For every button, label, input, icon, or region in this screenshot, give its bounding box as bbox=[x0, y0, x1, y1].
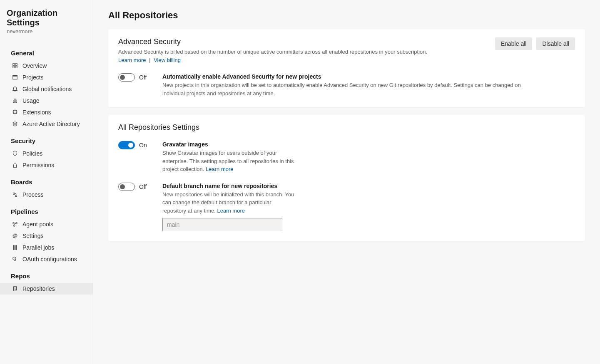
auto-enable-toggle[interactable] bbox=[118, 73, 135, 82]
disable-all-button[interactable]: Disable all bbox=[536, 37, 575, 50]
advanced-security-view-billing-link[interactable]: View billing bbox=[154, 57, 181, 63]
sidebar-item-label: Repositories bbox=[22, 285, 55, 292]
sidebar-item-label: Permissions bbox=[22, 162, 54, 168]
overview-icon bbox=[12, 62, 18, 69]
sidebar-item-azure-ad[interactable]: Azure Active Directory bbox=[0, 118, 93, 130]
advanced-security-heading: Advanced Security bbox=[118, 37, 485, 46]
nav-section-heading: Security bbox=[0, 130, 93, 148]
sidebar-item-overview[interactable]: Overview bbox=[0, 60, 93, 72]
gravatar-desc: Show Gravatar images for users outside o… bbox=[162, 149, 296, 173]
sidebar-item-projects[interactable]: Projects bbox=[0, 72, 93, 83]
sidebar-item-oauth-config[interactable]: OAuth configurations bbox=[0, 253, 93, 265]
sidebar-item-label: OAuth configurations bbox=[22, 256, 77, 262]
sidebar-item-label: Parallel jobs bbox=[22, 244, 54, 251]
sidebar-item-label: Settings bbox=[22, 233, 44, 239]
advanced-security-desc: Advanced Security is billed based on the… bbox=[118, 48, 485, 64]
sidebar-item-usage[interactable]: Usage bbox=[0, 95, 93, 106]
sidebar-item-label: Agent pools bbox=[22, 221, 53, 228]
gravatar-title: Gravatar images bbox=[162, 141, 296, 148]
sidebar-item-parallel-jobs[interactable]: Parallel jobs bbox=[0, 242, 93, 253]
repo-icon bbox=[12, 285, 18, 292]
sidebar-title: Organization Settings bbox=[7, 8, 86, 27]
sidebar-header: Organization Settings nevermore bbox=[0, 8, 93, 42]
sidebar: Organization Settings nevermore GeneralO… bbox=[0, 0, 93, 364]
all-repo-settings-card: All Repositories Settings On Gravatar im… bbox=[108, 115, 585, 241]
all-repo-settings-heading: All Repositories Settings bbox=[118, 123, 575, 132]
auto-enable-title: Automatically enable Advanced Security f… bbox=[162, 73, 537, 80]
gravatar-toggle[interactable] bbox=[118, 141, 135, 149]
sidebar-item-label: Usage bbox=[22, 97, 39, 104]
default-branch-input[interactable] bbox=[162, 218, 282, 231]
enable-all-button[interactable]: Enable all bbox=[495, 37, 533, 50]
sidebar-item-label: Projects bbox=[22, 74, 44, 81]
default-branch-desc: New repositories will be initialized wit… bbox=[162, 191, 296, 215]
gravatar-toggle-label: On bbox=[139, 142, 147, 149]
advanced-security-card: Advanced Security Advanced Security is b… bbox=[108, 29, 585, 107]
nav-section-heading: Boards bbox=[0, 171, 93, 189]
default-branch-learn-more-link[interactable]: Learn more bbox=[217, 208, 245, 214]
sidebar-item-label: Global notifications bbox=[22, 86, 72, 92]
sidebar-item-settings[interactable]: Settings bbox=[0, 230, 93, 242]
sidebar-item-policies[interactable]: Policies bbox=[0, 148, 93, 159]
agent-icon bbox=[12, 221, 18, 228]
advanced-security-learn-more-link[interactable]: Learn more bbox=[118, 57, 146, 63]
gear-icon bbox=[12, 233, 18, 239]
sidebar-item-label: Extensions bbox=[22, 109, 51, 116]
oauth-icon bbox=[12, 256, 18, 262]
sidebar-item-repositories[interactable]: Repositories bbox=[0, 283, 93, 295]
sidebar-item-permissions[interactable]: Permissions bbox=[0, 159, 93, 171]
default-branch-toggle[interactable] bbox=[118, 183, 135, 191]
sidebar-item-extensions[interactable]: Extensions bbox=[0, 106, 93, 118]
extensions-icon bbox=[12, 109, 18, 116]
aad-icon bbox=[12, 121, 18, 127]
permissions-icon bbox=[12, 162, 18, 168]
sidebar-item-label: Overview bbox=[22, 62, 47, 69]
page-title: All Repositories bbox=[108, 10, 585, 21]
bell-icon bbox=[12, 86, 18, 92]
nav-section-heading: Pipelines bbox=[0, 201, 93, 218]
auto-enable-desc: New projects in this organization will b… bbox=[162, 81, 537, 97]
projects-icon bbox=[12, 74, 18, 81]
sidebar-item-label: Azure Active Directory bbox=[22, 121, 80, 127]
default-branch-title: Default branch name for new repositories bbox=[162, 183, 296, 189]
main-content: All Repositories Advanced Security Advan… bbox=[93, 0, 600, 364]
sidebar-item-process[interactable]: Process bbox=[0, 189, 93, 201]
policies-icon bbox=[12, 150, 18, 157]
auto-enable-toggle-label: Off bbox=[139, 74, 147, 81]
gravatar-learn-more-link[interactable]: Learn more bbox=[206, 166, 233, 172]
sidebar-item-label: Process bbox=[22, 191, 44, 198]
process-icon bbox=[12, 191, 18, 198]
sidebar-item-label: Policies bbox=[22, 150, 42, 157]
default-branch-toggle-label: Off bbox=[139, 183, 147, 190]
nav-section-heading: General bbox=[0, 42, 93, 60]
parallel-icon bbox=[12, 244, 18, 251]
nav-section-heading: Repos bbox=[0, 265, 93, 283]
usage-icon bbox=[12, 97, 18, 104]
sidebar-subtitle: nevermore bbox=[7, 28, 86, 35]
sidebar-item-global-notifications[interactable]: Global notifications bbox=[0, 83, 93, 95]
sidebar-item-agent-pools[interactable]: Agent pools bbox=[0, 218, 93, 230]
